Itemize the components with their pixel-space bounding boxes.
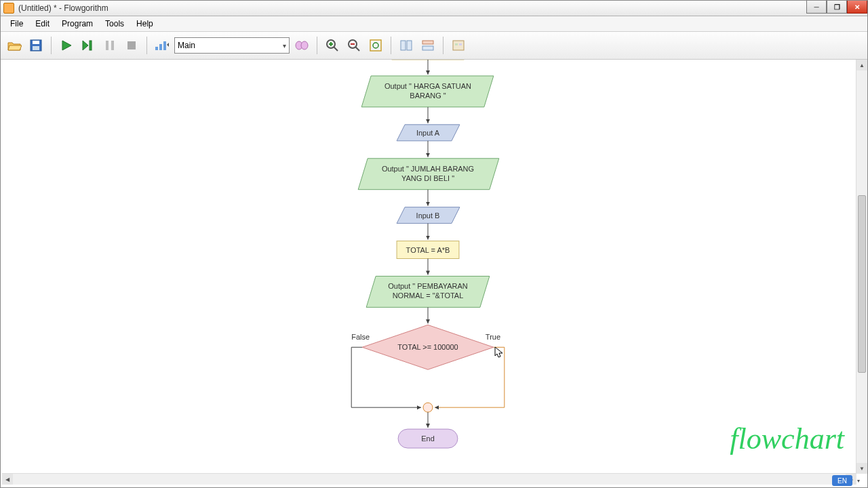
svg-rect-24 <box>422 46 433 50</box>
node-input-b-text: Input B <box>416 211 440 220</box>
svg-rect-5 <box>111 41 114 50</box>
node-output-2-line1: Output " JUMLAH BARANG <box>382 165 474 173</box>
scroll-down-icon[interactable]: ▼ <box>856 463 867 474</box>
label-false: False <box>351 333 370 341</box>
node-output-3[interactable]: Output " PEMBAYARAN NORMAL = "&TOTAL <box>366 276 490 307</box>
menu-program[interactable]: Program <box>56 18 98 30</box>
language-indicator[interactable]: EN <box>832 475 852 486</box>
chart-style-button[interactable] <box>449 36 468 55</box>
run-button[interactable] <box>57 36 76 55</box>
svg-rect-2 <box>33 46 39 50</box>
pause-button[interactable] <box>100 36 119 55</box>
svg-rect-3 <box>90 41 92 50</box>
scroll-up-icon[interactable]: ▲ <box>856 60 867 70</box>
svg-rect-1 <box>33 41 39 44</box>
scroll-left-icon[interactable]: ◀ <box>2 474 13 485</box>
titlebar: (Untitled) * - Flowgorithm ─ ❐ ✕ <box>1 1 867 16</box>
node-decision-text: TOTAL >= 100000 <box>397 343 458 351</box>
language-dropdown-icon[interactable]: ▾ <box>854 475 863 486</box>
node-output-2[interactable]: Output " JUMLAH BARANG YANG DI BELI " <box>358 159 499 190</box>
node-input-a[interactable]: Input A <box>397 125 460 141</box>
maximize-button[interactable]: ❐ <box>827 1 847 14</box>
svg-rect-7 <box>155 47 158 50</box>
node-assign-text: TOTAL = A*B <box>406 246 450 254</box>
node-output-1-line2: BARANG " <box>410 92 446 100</box>
label-true: True <box>486 333 500 341</box>
svg-point-20 <box>373 43 378 48</box>
window-title: (Untitled) * - Flowgorithm <box>18 3 108 13</box>
node-output-1-line1: Output " HARGA SATUAN <box>384 82 471 90</box>
node-input-a-text: Input A <box>416 129 440 137</box>
function-manager-button[interactable] <box>292 36 311 55</box>
app-icon <box>3 3 14 14</box>
menu-bar: File Edit Program Tools Help <box>1 16 867 32</box>
svg-rect-9 <box>163 41 166 50</box>
menu-help[interactable]: Help <box>131 18 159 30</box>
vertical-scrollbar[interactable]: ▲ ▼ <box>856 60 867 474</box>
svg-rect-19 <box>370 40 381 51</box>
svg-rect-23 <box>422 41 433 44</box>
minimize-button[interactable]: ─ <box>806 1 827 14</box>
node-end[interactable]: End <box>398 429 458 448</box>
speed-button[interactable] <box>153 36 172 55</box>
node-output-3-line1: Output " PEMBAYARAN <box>388 282 468 290</box>
node-output-1[interactable]: Output " HARGA SATUAN BARANG " <box>361 76 494 107</box>
svg-rect-26 <box>455 43 458 45</box>
stop-button[interactable] <box>122 36 141 55</box>
horizontal-scrollbar[interactable]: ◀ ▶ <box>2 473 856 485</box>
layout-button-2[interactable] <box>418 36 437 55</box>
svg-rect-6 <box>127 41 136 49</box>
svg-rect-4 <box>106 41 108 50</box>
save-button[interactable] <box>26 36 45 55</box>
function-select-value: Main <box>178 41 195 50</box>
svg-point-11 <box>301 41 308 49</box>
merge-node[interactable] <box>423 403 433 412</box>
node-output-3-line2: NORMAL = "&TOTAL <box>393 291 464 300</box>
node-decision[interactable]: TOTAL >= 100000 <box>362 325 494 369</box>
node-end-text: End <box>421 434 435 443</box>
zoom-fit-button[interactable] <box>366 36 385 55</box>
close-button[interactable]: ✕ <box>847 1 867 14</box>
menu-edit[interactable]: Edit <box>30 18 55 30</box>
zoom-in-button[interactable] <box>323 36 342 55</box>
function-select[interactable]: Main <box>174 37 290 54</box>
svg-rect-25 <box>453 41 464 50</box>
layout-button-1[interactable] <box>397 36 416 55</box>
node-output-2-line2: YANG DI BELI " <box>401 174 454 182</box>
zoom-out-button[interactable] <box>344 36 363 55</box>
app-window: (Untitled) * - Flowgorithm ─ ❐ ✕ File Ed… <box>0 0 868 488</box>
step-button[interactable] <box>79 36 98 55</box>
svg-rect-8 <box>159 44 162 50</box>
svg-line-13 <box>334 47 338 51</box>
vertical-scroll-thumb[interactable] <box>858 195 866 373</box>
svg-rect-22 <box>407 41 412 50</box>
node-input-b[interactable]: Input B <box>397 207 460 224</box>
svg-rect-27 <box>459 43 462 45</box>
flowchart-canvas[interactable]: Output " HARGA SATUAN BARANG " Input A O… <box>2 60 856 474</box>
svg-rect-21 <box>401 41 406 50</box>
svg-line-17 <box>355 47 359 51</box>
menu-tools[interactable]: Tools <box>100 18 130 30</box>
toolbar: Main <box>1 32 867 60</box>
menu-file[interactable]: File <box>5 18 28 30</box>
open-button[interactable] <box>5 36 24 55</box>
node-assign[interactable]: TOTAL = A*B <box>397 241 459 259</box>
